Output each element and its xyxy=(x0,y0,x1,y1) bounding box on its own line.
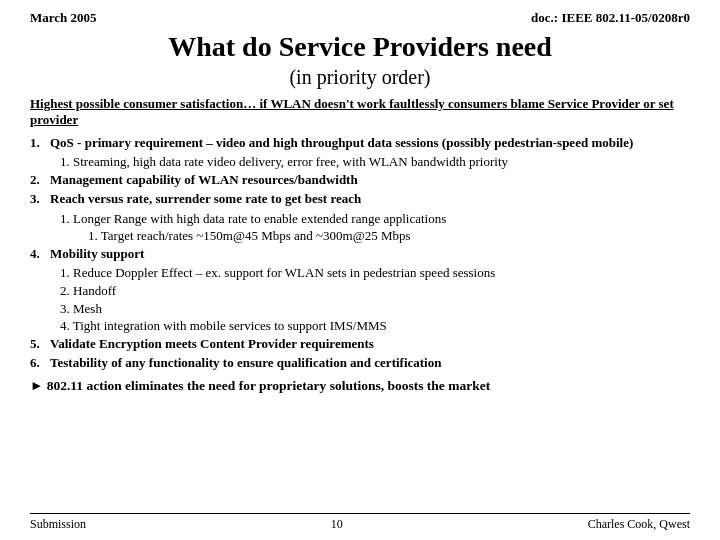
list-item: 5. Validate Encryption meets Content Pro… xyxy=(30,335,690,353)
sub-title: (in priority order) xyxy=(30,64,690,90)
list-item: 1. Longer Range with high data rate to e… xyxy=(60,210,690,228)
main-title: What do Service Providers need xyxy=(30,30,690,64)
header: March 2005 doc.: IEEE 802.11-05/0208r0 xyxy=(30,10,690,26)
list-item: 4. Tight integration with mobile service… xyxy=(60,317,690,335)
header-left: March 2005 xyxy=(30,10,97,26)
list-item: 2. Handoff xyxy=(60,282,690,300)
footer-right: Charles Cook, Qwest xyxy=(588,517,690,532)
item-text: Validate Encryption meets Content Provid… xyxy=(50,335,374,353)
list-item: 1. QoS - primary requirement – video and… xyxy=(30,134,690,152)
item-text: Management capability of WLAN resources/… xyxy=(50,171,358,189)
sub-sub-list: 1. Target reach/rates ~150m@45 Mbps and … xyxy=(88,227,690,245)
list-item: 3. Reach versus rate, surrender some rat… xyxy=(30,190,690,208)
page: March 2005 doc.: IEEE 802.11-05/0208r0 W… xyxy=(0,0,720,540)
footer: Submission 10 Charles Cook, Qwest xyxy=(30,513,690,532)
item-num: 1. xyxy=(30,134,46,152)
item-num: 2. xyxy=(30,171,46,189)
list-item: 1. Target reach/rates ~150m@45 Mbps and … xyxy=(88,227,690,245)
item-num: 5. xyxy=(30,335,46,353)
list-item: 1. Streaming, high data rate video deliv… xyxy=(60,153,690,171)
arrow-statement: ► 802.11 action eliminates the need for … xyxy=(30,377,690,395)
item-text: Mobility support xyxy=(50,245,144,263)
footer-center: 10 xyxy=(331,517,343,532)
sub-list: 1. Longer Range with high data rate to e… xyxy=(60,210,690,245)
list-item: 2. Management capability of WLAN resourc… xyxy=(30,171,690,189)
content: 1. QoS - primary requirement – video and… xyxy=(30,134,690,509)
list-item: 1. Reduce Doppler Effect – ex. support f… xyxy=(60,264,690,282)
item-text: QoS - primary requirement – video and hi… xyxy=(50,134,633,152)
list-item: 6. Testability of any functionality to e… xyxy=(30,354,690,372)
item-num: 3. xyxy=(30,190,46,208)
sub-list: 1. Reduce Doppler Effect – ex. support f… xyxy=(60,264,690,334)
item-text: Testability of any functionality to ensu… xyxy=(50,354,441,372)
list-item: 3. Mesh xyxy=(60,300,690,318)
item-num: 6. xyxy=(30,354,46,372)
sub-list: 1. Streaming, high data rate video deliv… xyxy=(60,153,690,171)
footer-left: Submission xyxy=(30,517,86,532)
list-item: 4. Mobility support xyxy=(30,245,690,263)
header-right: doc.: IEEE 802.11-05/0208r0 xyxy=(531,10,690,26)
item-num: 4. xyxy=(30,245,46,263)
title-block: What do Service Providers need (in prior… xyxy=(30,30,690,90)
item-text: Reach versus rate, surrender some rate t… xyxy=(50,190,361,208)
intro-text: Highest possible consumer satisfaction… … xyxy=(30,96,690,128)
